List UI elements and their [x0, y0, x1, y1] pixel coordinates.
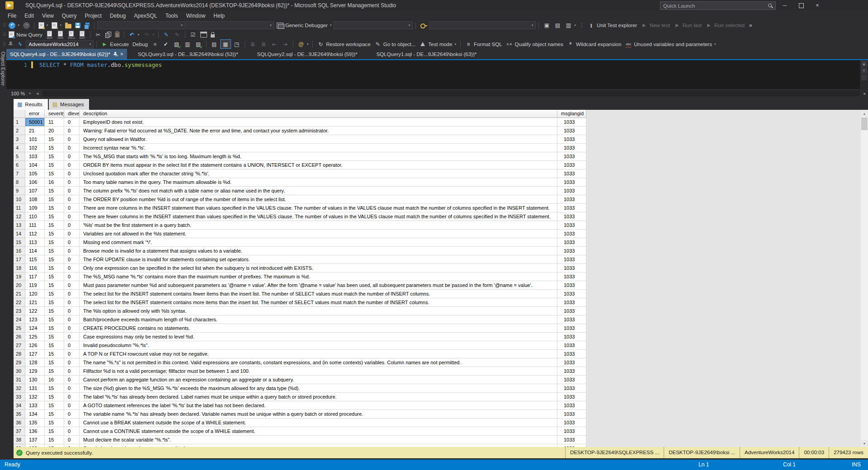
grid-cell[interactable]: 1033: [557, 376, 586, 384]
grid-cell[interactable]: 15: [45, 410, 64, 418]
grid-cell[interactable]: 15: [45, 290, 64, 298]
row-number-cell[interactable]: 13: [14, 221, 25, 230]
grid-cell[interactable]: 0: [64, 384, 80, 393]
grid-cell[interactable]: 115: [25, 255, 45, 264]
grid-cell[interactable]: 15: [45, 341, 64, 350]
document-tab[interactable]: SQLQuery3.sql - DE...9JE2649\boksi (53))…: [134, 49, 242, 59]
grid-cell[interactable]: 15: [45, 255, 64, 264]
generic-debugger-dropdown[interactable]: Generic Debugger▾: [275, 21, 333, 30]
grid-cell[interactable]: EmployeeID does not exist.: [80, 118, 557, 127]
grid-cell[interactable]: 0: [64, 264, 80, 273]
menu-item-file[interactable]: File: [4, 11, 20, 21]
chevron-down-icon[interactable]: ▾: [90, 42, 91, 46]
grid-cell[interactable]: 1033: [557, 350, 586, 358]
save-button[interactable]: [74, 21, 82, 30]
query-options-button[interactable]: [183, 40, 193, 48]
grid-cell[interactable]: The %S_MSG name '%.*ls' contains more th…: [80, 273, 557, 281]
grid-cell[interactable]: Invalid pseudocolumn "%.*ls".: [80, 341, 557, 350]
scroll-up-button[interactable]: ▲: [861, 110, 868, 117]
quick-launch-input[interactable]: Quick Launch: [660, 1, 776, 10]
grid-cell[interactable]: 110: [25, 212, 45, 221]
row-number-cell[interactable]: 36: [14, 418, 25, 427]
grid-cell[interactable]: 1033: [557, 333, 586, 341]
document-tab[interactable]: SQLQuery1.sql - DE...9JE2649\boksi (63))…: [373, 49, 480, 59]
chevron-down-icon[interactable]: ▾: [330, 24, 332, 27]
row-number-cell[interactable]: 15: [14, 238, 25, 247]
apex-key-button[interactable]: [419, 21, 429, 30]
navigate-forward-button[interactable]: [22, 21, 31, 30]
selection-button[interactable]: [188, 30, 198, 39]
unused-variables-button[interactable]: Unused variables and parameters▾: [623, 40, 717, 48]
grid-cell[interactable]: 0: [64, 401, 80, 410]
grid-cell[interactable]: 0: [64, 367, 80, 376]
grid-cell[interactable]: 107: [25, 187, 45, 195]
grid-cell[interactable]: Variables are not allowed in the %ls sta…: [80, 230, 557, 238]
grid-cell[interactable]: 0: [64, 341, 80, 350]
grid-cell[interactable]: 15: [45, 247, 64, 255]
chevron-down-icon[interactable]: ▾: [270, 24, 272, 27]
grid-cell[interactable]: Query not allowed in Waitfor.: [80, 135, 557, 144]
close-button[interactable]: ×: [809, 0, 826, 11]
grid-cell[interactable]: 15: [45, 418, 64, 427]
chevron-down-icon[interactable]: ▾: [60, 24, 61, 27]
lock-button[interactable]: [209, 30, 216, 39]
column-header[interactable]: description: [80, 110, 557, 118]
results-to-text-button[interactable]: [209, 40, 219, 48]
grid-cell[interactable]: 1033: [557, 204, 586, 212]
grid-cell[interactable]: 1033: [557, 127, 586, 135]
grid-cell[interactable]: 124: [25, 324, 45, 333]
change-connection-button[interactable]: [15, 40, 25, 48]
menu-item-edit[interactable]: Edit: [20, 11, 38, 21]
grid-cell[interactable]: 1033: [557, 195, 586, 204]
row-number-cell[interactable]: 3: [14, 135, 25, 144]
menu-item-project[interactable]: Project: [81, 11, 106, 21]
row-number-cell[interactable]: 18: [14, 264, 25, 273]
grid-cell[interactable]: Cannot perform an aggregate function on …: [80, 376, 557, 384]
grid-cell[interactable]: The size (%d) given to the %S_MSG '%.*ls…: [80, 384, 557, 393]
tool-window-button[interactable]: [552, 21, 562, 30]
grid-cell[interactable]: The %S_MSG that starts with '%.*ls' is t…: [80, 152, 557, 161]
grid-cell[interactable]: 0: [64, 393, 80, 401]
grid-cell[interactable]: 0: [64, 281, 80, 290]
grid-vertical-scrollbar[interactable]: ▲ ▼: [861, 110, 868, 447]
grid-cell[interactable]: Too many table names in the query. The m…: [80, 178, 557, 187]
tool-window-button[interactable]: [542, 21, 552, 30]
grid-cell[interactable]: A GOTO statement references the label '%…: [80, 401, 557, 410]
grid-cell[interactable]: 0: [64, 290, 80, 298]
grid-cell[interactable]: 0: [64, 135, 80, 144]
scroll-down-button[interactable]: ▼: [861, 440, 868, 447]
grid-cell[interactable]: 15: [45, 221, 64, 230]
stop-button[interactable]: [150, 40, 160, 48]
code-line[interactable]: 1 SELECT * FROM master.dbo.sysmessages: [6, 61, 860, 68]
grid-cell[interactable]: 15: [45, 204, 64, 212]
new-test-button[interactable]: New test: [639, 21, 671, 30]
results-to-file-button[interactable]: [232, 40, 242, 48]
grid-cell[interactable]: A TOP N or FETCH rowcount value may not …: [80, 350, 557, 358]
row-number-cell[interactable]: 21: [14, 290, 25, 298]
grid-cell[interactable]: 0: [64, 230, 80, 238]
grid-cell[interactable]: 1033: [557, 135, 586, 144]
open-file-button[interactable]: [64, 21, 73, 30]
navigate-backward-button[interactable]: ▾: [7, 21, 21, 30]
grid-cell[interactable]: '%ls' must be the first statement in a q…: [80, 221, 557, 230]
messages-tab[interactable]: ▤Messages: [49, 99, 90, 110]
restore-workspace-button[interactable]: Restore workspace: [316, 40, 372, 48]
row-number-cell[interactable]: 22: [14, 298, 25, 307]
toolbar-overflow-chevron[interactable]: [747, 21, 754, 29]
grid-cell[interactable]: 136: [25, 427, 45, 436]
grid-cell[interactable]: 122: [25, 307, 45, 315]
grid-cell[interactable]: 15: [45, 144, 64, 152]
grid-cell[interactable]: 109: [25, 204, 45, 212]
wildcard-expansion-button[interactable]: Wildcard expansion: [566, 40, 623, 48]
grid-cell[interactable]: 0: [64, 350, 80, 358]
grid-cell[interactable]: 20: [45, 127, 64, 135]
chevron-down-icon[interactable]: ▾: [307, 42, 309, 46]
grid-cell[interactable]: 15: [45, 427, 64, 436]
grid-cell[interactable]: 121: [25, 298, 45, 307]
grid-cell[interactable]: 0: [64, 178, 80, 187]
grid-cell[interactable]: 1033: [557, 238, 586, 247]
row-number-cell[interactable]: 24: [14, 315, 25, 324]
grid-cell[interactable]: 15: [45, 315, 64, 324]
column-header[interactable]: error: [25, 110, 45, 118]
grid-cell[interactable]: 1033: [557, 436, 586, 444]
